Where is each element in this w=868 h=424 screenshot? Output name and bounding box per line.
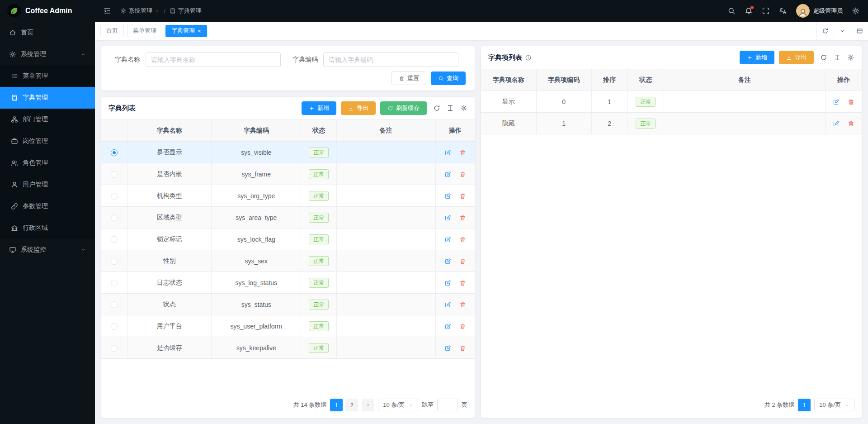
sidebar-item-home[interactable]: 首页	[0, 22, 95, 43]
edit-icon[interactable]	[444, 193, 451, 200]
page-size-select[interactable]: 10 条/页	[378, 399, 418, 411]
dict-row[interactable]: 区域类型sys_area_type正常	[101, 207, 475, 229]
dict-item-row[interactable]: 隐藏12正常	[481, 113, 862, 134]
dict-row[interactable]: 用户平台sys_user_platform正常	[101, 315, 475, 337]
add-item-button[interactable]: 新增	[740, 51, 774, 64]
tab-menu-mgmt[interactable]: 菜单管理	[127, 25, 162, 37]
delete-icon[interactable]	[459, 345, 466, 352]
refresh-cache-button[interactable]: 刷新缓存	[380, 101, 427, 115]
table-settings-icon[interactable]	[847, 54, 854, 61]
row-radio[interactable]	[111, 171, 118, 178]
info-icon[interactable]	[525, 54, 532, 61]
dict-row[interactable]: 性别sys_sex正常	[101, 250, 475, 272]
refresh-icon[interactable]	[816, 22, 834, 40]
row-radio[interactable]	[111, 301, 118, 308]
settings-gear-icon[interactable]	[852, 7, 860, 15]
page-size-select[interactable]: 10 条/页	[814, 399, 854, 411]
tab-dict-mgmt[interactable]: 字典管理 ×	[165, 25, 207, 37]
next-page-button[interactable]	[362, 399, 374, 411]
delete-icon[interactable]	[848, 120, 854, 127]
dict-item-row[interactable]: 显示01正常	[481, 91, 862, 113]
row-radio[interactable]	[111, 214, 118, 221]
page-button[interactable]: 1	[330, 399, 343, 411]
translate-icon[interactable]	[779, 7, 787, 15]
dict-row[interactable]: 是否显示sys_visible正常	[101, 142, 475, 163]
delete-icon[interactable]	[459, 193, 466, 200]
dict-code-input[interactable]	[323, 52, 458, 67]
edit-icon[interactable]	[444, 280, 451, 286]
edit-icon[interactable]	[444, 345, 451, 352]
delete-icon[interactable]	[459, 236, 466, 243]
refresh-table-icon[interactable]	[433, 105, 440, 112]
chevron-down-icon[interactable]	[834, 22, 851, 40]
row-radio[interactable]	[111, 258, 118, 265]
delete-icon[interactable]	[459, 214, 466, 221]
breadcrumb-dict[interactable]: 字典管理	[170, 7, 202, 15]
breadcrumb-system[interactable]: 系统管理	[120, 7, 160, 15]
sidebar-item-role-mgmt[interactable]: 角色管理	[0, 152, 95, 174]
delete-icon[interactable]	[848, 99, 854, 105]
row-radio[interactable]	[111, 193, 118, 200]
row-radio[interactable]	[111, 345, 118, 352]
status-badge: 正常	[309, 343, 329, 353]
dict-row[interactable]: 机构类型sys_org_type正常	[101, 185, 475, 207]
sidebar-item-dept-mgmt[interactable]: 部门管理	[0, 109, 95, 130]
edit-icon[interactable]	[833, 99, 840, 105]
sidebar-item-dict-mgmt[interactable]: 字典管理	[0, 87, 95, 109]
column-settings-icon[interactable]	[447, 105, 454, 112]
dict-row[interactable]: 状态sys_status正常	[101, 294, 475, 315]
delete-icon[interactable]	[459, 258, 466, 265]
search-icon[interactable]	[727, 7, 736, 15]
jump-page-input[interactable]	[437, 399, 458, 411]
dict-row[interactable]: 是否内嵌sys_frame正常	[101, 163, 475, 185]
trash-icon	[399, 76, 405, 81]
column-settings-icon[interactable]	[834, 54, 841, 61]
edit-icon[interactable]	[444, 214, 451, 221]
edit-icon[interactable]	[444, 149, 451, 156]
dict-row[interactable]: 是否缓存sys_keepalive正常	[101, 337, 475, 359]
sidebar-item-system[interactable]: 系统管理	[0, 43, 95, 65]
notification-bell-icon[interactable]	[745, 7, 753, 15]
dict-items-header-row: 字典项名称字典项编码排序状态备注操作	[481, 69, 862, 91]
delete-icon[interactable]	[459, 171, 466, 178]
edit-icon[interactable]	[444, 323, 451, 330]
dict-name-input[interactable]	[146, 52, 281, 67]
edit-icon[interactable]	[833, 120, 840, 127]
edit-icon[interactable]	[444, 258, 451, 265]
delete-icon[interactable]	[459, 280, 466, 286]
fullscreen-icon[interactable]	[762, 7, 770, 15]
refresh-table-icon[interactable]	[820, 54, 827, 61]
export-dict-button[interactable]: 导出	[341, 101, 376, 115]
dict-items-pagination: 共 2 条数据 1 10 条/页	[481, 393, 862, 418]
sidebar-item-region-mgmt[interactable]: 行政区域	[0, 217, 95, 239]
user-menu[interactable]: 超级管理员	[796, 4, 843, 18]
tab-home[interactable]: 首页	[100, 25, 124, 37]
page-button[interactable]: 2	[345, 399, 358, 411]
sidebar-item-menu-mgmt[interactable]: 菜单管理	[0, 65, 95, 87]
table-settings-icon[interactable]	[460, 105, 467, 112]
sidebar-toggle-icon[interactable]	[103, 7, 111, 15]
sidebar-item-param-mgmt[interactable]: 参数管理	[0, 195, 95, 217]
dict-row[interactable]: 锁定标记sys_lock_flag正常	[101, 229, 475, 250]
reset-button[interactable]: 重置	[392, 71, 426, 85]
row-radio[interactable]	[111, 236, 118, 243]
sidebar-item-user-mgmt[interactable]: 用户管理	[0, 174, 95, 195]
export-items-button[interactable]: 导出	[779, 51, 814, 64]
query-button[interactable]: 查询	[431, 71, 466, 85]
page-button[interactable]: 1	[798, 399, 811, 411]
row-radio[interactable]	[111, 323, 118, 330]
add-dict-button[interactable]: 新增	[302, 101, 336, 115]
edit-icon[interactable]	[444, 301, 451, 308]
sidebar-item-post-mgmt[interactable]: 岗位管理	[0, 130, 95, 152]
row-radio[interactable]	[111, 149, 118, 156]
content-fullscreen-icon[interactable]	[851, 22, 868, 40]
delete-icon[interactable]	[459, 301, 466, 308]
delete-icon[interactable]	[459, 323, 466, 330]
edit-icon[interactable]	[444, 171, 451, 178]
delete-icon[interactable]	[459, 149, 466, 156]
edit-icon[interactable]	[444, 236, 451, 243]
close-icon[interactable]: ×	[198, 28, 201, 34]
dict-row[interactable]: 日志状态sys_log_status正常	[101, 272, 475, 294]
sidebar-item-monitor[interactable]: 系统监控	[0, 239, 95, 261]
row-radio[interactable]	[111, 280, 118, 286]
